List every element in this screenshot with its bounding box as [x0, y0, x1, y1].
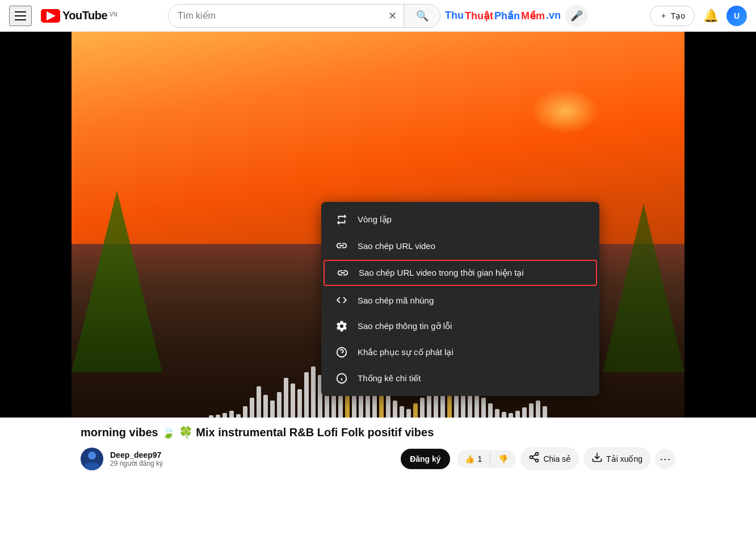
like-dislike-group: 👍 1 👎	[457, 450, 516, 468]
download-icon	[591, 452, 603, 466]
video-thumbnail[interactable]: Vòng lặp Sao chép URL video Sao chép URL…	[72, 32, 684, 418]
visualizer-bar	[209, 415, 213, 418]
visualizer-bar	[386, 395, 390, 418]
download-button[interactable]: Tải xuống	[583, 447, 650, 470]
search-icon: 🔍	[416, 10, 429, 22]
visualizer-bar	[257, 386, 261, 418]
visualizer-bar	[236, 414, 241, 418]
menu-item-stats-label: Thống kê chi tiết	[358, 373, 421, 383]
mic-button[interactable]: 🎤	[565, 5, 588, 27]
visualizer-bar	[250, 398, 254, 418]
visualizer-bar	[263, 395, 268, 418]
visualizer-bar	[529, 403, 534, 418]
bell-icon: 🔔	[703, 9, 719, 23]
create-button[interactable]: ＋ Tạo	[650, 6, 695, 26]
like-count: 1	[478, 454, 482, 463]
watermark-badge: ThuThuậtPhầnMềm.vn	[445, 10, 561, 22]
header-center: vietnam singapore ✕ 🔍 ThuThuậtPhầnMềm.vn…	[123, 4, 633, 28]
menu-item-loop-label: Vòng lặp	[358, 214, 392, 225]
youtube-logo-icon	[41, 9, 60, 23]
svg-point-9	[530, 456, 533, 459]
watermark-part5: .vn	[546, 10, 561, 22]
svg-line-11	[533, 458, 536, 460]
more-icon: ⋯	[660, 452, 671, 466]
visualizer-bar	[481, 398, 486, 418]
visualizer-bar	[400, 406, 404, 418]
channel-name[interactable]: Deep_deep97	[110, 450, 394, 460]
video-title: morning vibes 🍃 🍀 Mix instrumental R&B L…	[81, 424, 675, 440]
visualizer-bar	[222, 413, 227, 418]
visualizer-bar	[277, 392, 282, 418]
visualizer-bar	[291, 383, 295, 418]
header-left: YouTube VN	[9, 6, 123, 26]
download-label: Tải xuống	[606, 454, 642, 463]
share-icon	[528, 452, 540, 466]
search-input[interactable]: vietnam singapore	[169, 6, 381, 26]
like-button[interactable]: 👍 1	[457, 450, 490, 468]
youtube-logo[interactable]: YouTube VN	[41, 9, 117, 23]
channel-row: Deep_deep97 29 người đăng ký Đăng ký 👍 1…	[81, 447, 675, 470]
svg-point-6	[88, 452, 96, 460]
question-icon	[335, 346, 348, 359]
menu-item-copy-debug[interactable]: Sao chép thông tin gỡ lỗi	[321, 313, 599, 339]
search-clear-button[interactable]: ✕	[381, 5, 404, 27]
avatar[interactable]: U	[726, 6, 747, 26]
watermark-part3: Phần	[494, 10, 520, 22]
svg-point-8	[536, 453, 539, 456]
visualizer-bar	[502, 412, 506, 418]
visualizer-bar	[495, 409, 499, 418]
visualizer-bar	[393, 401, 397, 418]
thumbs-down-icon: 👎	[498, 454, 508, 463]
channel-avatar-img	[81, 448, 103, 470]
right-black-bar	[684, 32, 756, 418]
video-container: Vòng lặp Sao chép URL video Sao chép URL…	[72, 32, 684, 418]
menu-item-stats[interactable]: Thống kê chi tiết	[321, 365, 599, 391]
search-submit-button[interactable]: 🔍	[404, 5, 440, 27]
plus-icon: ＋	[660, 11, 667, 21]
loop-icon	[335, 213, 348, 226]
visualizer-bar	[536, 401, 540, 418]
link-icon	[335, 239, 348, 252]
action-buttons: 👍 1 👎 Chia sẻ Tải xuống	[457, 447, 675, 470]
more-button[interactable]: ⋯	[655, 449, 675, 469]
dislike-button[interactable]: 👎	[490, 450, 516, 468]
watermark-part4: Mềm	[521, 10, 545, 22]
info-icon	[335, 372, 348, 385]
channel-avatar[interactable]	[81, 448, 103, 470]
visualizer-bar	[413, 403, 418, 418]
menu-item-copy-embed[interactable]: Sao chép mã nhúng	[321, 287, 599, 313]
youtube-logo-vn: VN	[110, 11, 117, 18]
sun-glow	[531, 88, 599, 134]
visualizer-bar	[216, 415, 220, 418]
visualizer-bar	[284, 378, 288, 418]
header: YouTube VN vietnam singapore ✕ 🔍 ThuThuậ…	[0, 0, 756, 32]
menu-button[interactable]	[9, 6, 32, 26]
menu-item-copy-url[interactable]: Sao chép URL video	[321, 233, 599, 259]
menu-item-copy-debug-label: Sao chép thông tin gỡ lỗi	[358, 321, 452, 331]
mic-icon: 🎤	[570, 10, 583, 22]
menu-item-copy-url-label: Sao chép URL video	[358, 241, 435, 251]
visualizer-bar	[311, 366, 316, 418]
debug-icon	[335, 320, 348, 332]
menu-item-copy-url-time[interactable]: Sao chép URL video trong thời gian hiện …	[324, 260, 597, 286]
header-right: ＋ Tạo 🔔 U	[633, 5, 747, 27]
menu-item-loop[interactable]: Vòng lặp	[321, 206, 599, 233]
subscribe-button[interactable]: Đăng ký	[401, 449, 450, 469]
share-label: Chia sẻ	[543, 454, 571, 463]
video-info: morning vibes 🍃 🍀 Mix instrumental R&B L…	[72, 418, 684, 477]
share-button[interactable]: Chia sẻ	[520, 447, 579, 470]
notification-button[interactable]: 🔔	[699, 5, 722, 27]
menu-item-copy-url-time-label: Sao chép URL video trong thời gian hiện …	[359, 268, 524, 278]
menu-item-fix-playback-label: Khắc phục sự cố phát lại	[358, 347, 453, 357]
left-black-bar	[0, 32, 72, 418]
visualizer-bar	[543, 406, 547, 418]
svg-line-12	[533, 454, 536, 456]
visualizer-bar	[488, 403, 493, 418]
visualizer-bar	[304, 372, 309, 418]
thumbs-up-icon: 👍	[465, 454, 474, 463]
menu-item-copy-embed-label: Sao chép mã nhúng	[358, 296, 434, 305]
svg-point-10	[536, 459, 539, 462]
menu-item-fix-playback[interactable]: Khắc phục sự cố phát lại	[321, 339, 599, 365]
link-time-icon	[336, 267, 350, 279]
channel-subscribers: 29 người đăng ký	[110, 460, 394, 467]
